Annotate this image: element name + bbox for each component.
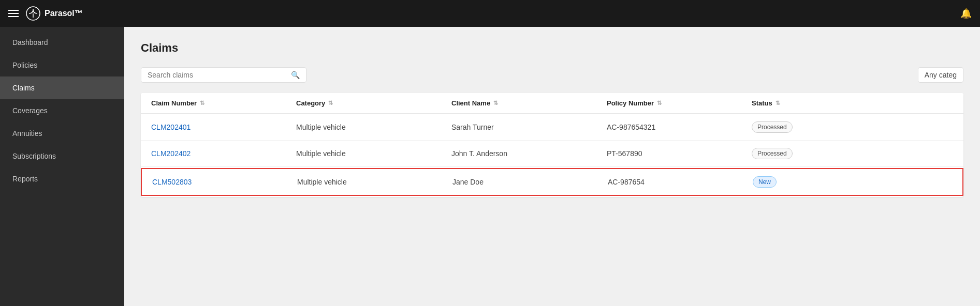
search-input[interactable] [148,71,291,79]
topbar: Parasol™ 🔔 [0,0,980,27]
category-cell: Multiple vehicle [297,178,452,186]
search-box: 🔍 [141,67,306,83]
th-policy-number: Policy Number ⇅ [607,99,752,107]
sidebar-item-annuities[interactable]: Annuities [0,122,124,145]
sort-icon-status[interactable]: ⇅ [776,100,780,106]
search-row: 🔍 Any categ [141,67,963,83]
sort-icon-claim-number[interactable]: ⇅ [200,100,204,106]
policy-number-cell: AC-987654321 [607,123,752,131]
th-client-name: Client Name ⇅ [451,99,607,107]
client-name-cell: John T. Anderson [451,149,607,158]
sidebar-item-reports[interactable]: Reports [0,167,124,190]
claim-number-link[interactable]: CLM202401 [151,123,296,131]
table-row: CLM202402 Multiple vehicle John T. Ander… [141,141,963,167]
table-row: CLM202401 Multiple vehicle Sarah Turner … [141,114,963,141]
th-category: Category ⇅ [296,99,451,107]
brand-logo-icon [26,6,40,21]
main-content: Claims 🔍 Any categ Claim Number ⇅ Catego… [124,27,980,306]
policy-number-cell: PT-567890 [607,149,752,158]
page-title: Claims [141,41,963,55]
sidebar-item-claims[interactable]: Claims [0,76,124,99]
category-cell: Multiple vehicle [296,149,451,158]
th-claim-number: Claim Number ⇅ [151,99,296,107]
table-header: Claim Number ⇅ Category ⇅ Client Name ⇅ … [141,93,963,114]
sort-icon-policy-number[interactable]: ⇅ [657,100,662,106]
hamburger-icon[interactable] [8,10,19,17]
sidebar-item-coverages[interactable]: Coverages [0,99,124,122]
status-badge: Processed [752,121,793,133]
policy-number-cell: AC-987654 [608,178,753,186]
sidebar-item-dashboard[interactable]: Dashboard [0,31,124,54]
brand: Parasol™ [26,6,83,21]
bell-icon[interactable]: 🔔 [960,8,972,19]
client-name-cell: Sarah Turner [451,123,607,131]
status-badge-new: New [753,176,777,188]
search-icon[interactable]: 🔍 [291,71,300,79]
sidebar-item-subscriptions[interactable]: Subscriptions [0,145,124,167]
client-name-cell: Jane Doe [452,178,608,186]
status-cell: Processed [752,148,953,159]
category-cell: Multiple vehicle [296,123,451,131]
category-filter[interactable]: Any categ [918,67,963,83]
th-status: Status ⇅ [752,99,953,107]
sort-icon-client-name[interactable]: ⇅ [493,100,498,106]
table-row-highlighted: CLM502803 Multiple vehicle Jane Doe AC-9… [141,168,963,196]
brand-name: Parasol™ [45,9,83,18]
status-cell: Processed [752,121,953,133]
claims-table: Claim Number ⇅ Category ⇅ Client Name ⇅ … [141,93,963,197]
status-cell: New [753,176,952,188]
claim-number-link[interactable]: CLM202402 [151,149,296,158]
claim-number-link[interactable]: CLM502803 [152,178,297,186]
sort-icon-category[interactable]: ⇅ [328,100,333,106]
sidebar: Dashboard Policies Claims Coverages Annu… [0,27,124,306]
topbar-left: Parasol™ [8,6,83,21]
sidebar-item-policies[interactable]: Policies [0,54,124,76]
status-badge: Processed [752,148,793,159]
